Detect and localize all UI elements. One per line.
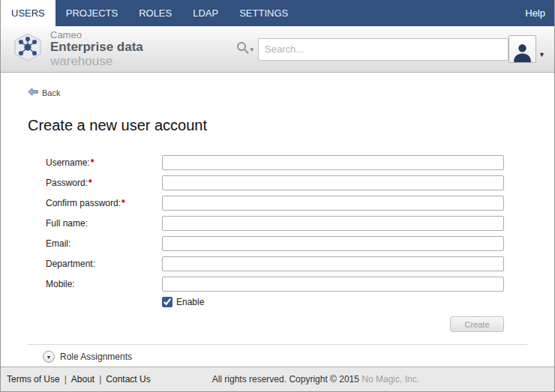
full-name-input[interactable]	[162, 216, 504, 231]
search-caret-icon: ▾	[250, 46, 254, 53]
brand-product-light: warehouse	[50, 54, 112, 68]
enable-checkbox[interactable]	[162, 297, 172, 307]
footer-link-terms[interactable]: Terms of Use	[7, 374, 60, 385]
brand-product: Enterprise data warehouse	[50, 40, 203, 68]
tab-ldap[interactable]: LDAP	[182, 0, 229, 26]
form-row-password: Password:*	[46, 175, 504, 190]
department-input[interactable]	[162, 256, 504, 271]
user-menu-caret-icon[interactable]: ▼	[538, 51, 545, 58]
password-label: Password:*	[46, 178, 162, 188]
search-scope-button[interactable]: ▾	[236, 41, 254, 57]
tab-projects[interactable]: PROJECTS	[56, 0, 128, 26]
required-asterisk: *	[91, 157, 94, 168]
footer-separator: |	[99, 374, 101, 385]
copyright-company: No Magic, Inc.	[362, 374, 419, 385]
tab-users[interactable]: USERS	[1, 0, 56, 26]
required-asterisk: *	[88, 178, 92, 188]
create-button[interactable]: Create	[450, 316, 504, 332]
email-label: Email:	[46, 238, 162, 249]
user-menu: ▼	[508, 35, 547, 63]
form-row-confirm-password: Confirm password:*	[46, 196, 504, 211]
form-row-mobile: Mobile:	[46, 277, 504, 292]
form-row-full-name: Full name:	[46, 216, 504, 231]
brand: Cameo Enterprise data warehouse	[13, 30, 203, 69]
search-area: ▾	[236, 38, 509, 61]
confirm-password-input[interactable]	[162, 196, 504, 211]
footer-link-contact[interactable]: Contact Us	[106, 374, 150, 385]
required-asterisk: *	[122, 198, 125, 208]
form-row-username: Username:*	[46, 155, 504, 170]
tab-settings[interactable]: SETTINGS	[229, 0, 298, 26]
app-window: USERS PROJECTS ROLES LDAP SETTINGS Help	[0, 0, 555, 392]
brand-text: Cameo Enterprise data warehouse	[50, 30, 203, 69]
back-link[interactable]: Back	[28, 88, 60, 97]
role-assignments-label: Role Assignments	[60, 352, 132, 362]
footer-separator: |	[64, 374, 67, 385]
form-row-department: Department:	[46, 256, 504, 271]
form-row-email: Email:	[46, 236, 504, 251]
role-assignments-section: ▼ Role Assignments	[28, 344, 527, 363]
header-bar: Cameo Enterprise data warehouse ▾	[1, 26, 554, 73]
password-input[interactable]	[162, 175, 504, 190]
back-arrow-icon	[28, 88, 38, 97]
page-title: Create a new user account	[28, 117, 554, 134]
search-icon	[236, 41, 249, 57]
user-silhouette-icon	[512, 42, 532, 62]
department-label: Department:	[46, 259, 162, 269]
mobile-input[interactable]	[162, 277, 504, 292]
cameo-logo-icon	[13, 32, 43, 65]
main-content: Back Create a new user account Username:…	[1, 73, 554, 367]
back-label: Back	[42, 88, 60, 97]
tab-roles[interactable]: ROLES	[128, 0, 182, 26]
copyright-text: All rights reserved. Copyright © 2015	[212, 374, 359, 385]
full-name-label: Full name:	[46, 218, 162, 229]
footer-link-about[interactable]: About	[71, 374, 94, 385]
brand-product-bold: Enterprise data	[50, 40, 143, 54]
role-assignments-toggle[interactable]: ▼	[43, 351, 55, 363]
footer-links: Terms of Use | About | Contact Us	[7, 374, 151, 385]
chevron-down-icon: ▼	[46, 355, 52, 360]
enable-row: Enable	[162, 297, 504, 307]
username-label: Username:*	[46, 157, 162, 168]
email-input[interactable]	[162, 236, 504, 251]
footer: Terms of Use | About | Contact Us All ri…	[1, 367, 554, 391]
search-input[interactable]	[258, 38, 508, 61]
help-link[interactable]: Help	[516, 0, 554, 26]
mobile-label: Mobile:	[46, 279, 162, 289]
create-user-form: Username:* Password:* Confirm password:*…	[46, 155, 504, 332]
avatar[interactable]	[508, 35, 536, 63]
create-row: Create	[46, 316, 504, 332]
brand-name: Cameo	[50, 30, 203, 40]
username-input[interactable]	[162, 155, 504, 170]
enable-checkbox-label[interactable]: Enable	[176, 297, 204, 307]
confirm-password-label: Confirm password:*	[46, 198, 162, 208]
top-nav: USERS PROJECTS ROLES LDAP SETTINGS Help	[1, 0, 554, 26]
copyright: All rights reserved. Copyright © 2015 No…	[212, 374, 487, 385]
